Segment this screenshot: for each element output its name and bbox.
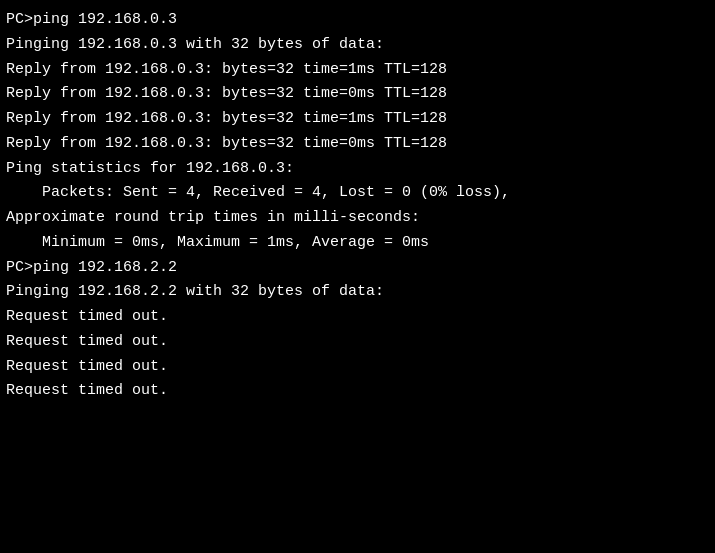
terminal-window: PC>ping 192.168.0.3Pinging 192.168.0.3 w…	[0, 0, 715, 553]
terminal-line: Minimum = 0ms, Maximum = 1ms, Average = …	[6, 231, 709, 256]
terminal-line: Reply from 192.168.0.3: bytes=32 time=1m…	[6, 107, 709, 132]
terminal-line: PC>ping 192.168.2.2	[6, 256, 709, 281]
terminal-line: Approximate round trip times in milli-se…	[6, 206, 709, 231]
terminal-line: Request timed out.	[6, 305, 709, 330]
terminal-line: Pinging 192.168.2.2 with 32 bytes of dat…	[6, 280, 709, 305]
terminal-line: Reply from 192.168.0.3: bytes=32 time=1m…	[6, 58, 709, 83]
terminal-line: Reply from 192.168.0.3: bytes=32 time=0m…	[6, 82, 709, 107]
terminal-line: Request timed out.	[6, 379, 709, 404]
terminal-line: Request timed out.	[6, 355, 709, 380]
terminal-line: Reply from 192.168.0.3: bytes=32 time=0m…	[6, 132, 709, 157]
terminal-line: PC>ping 192.168.0.3	[6, 8, 709, 33]
terminal-line: Request timed out.	[6, 330, 709, 355]
terminal-line: Ping statistics for 192.168.0.3:	[6, 157, 709, 182]
terminal-line: Pinging 192.168.0.3 with 32 bytes of dat…	[6, 33, 709, 58]
terminal-line: Packets: Sent = 4, Received = 4, Lost = …	[6, 181, 709, 206]
